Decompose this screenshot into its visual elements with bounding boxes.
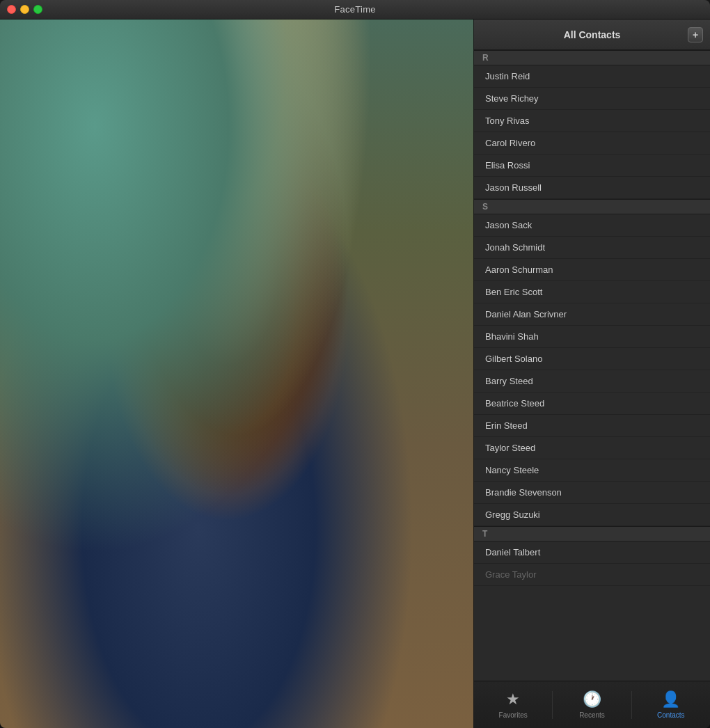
star-icon: ★ (506, 690, 520, 709)
facetime-window: FaceTime All Contacts + R Justin Reid St… (0, 0, 710, 728)
contact-elisa-rossi[interactable]: Elisa Rossi (474, 155, 710, 177)
main-content: All Contacts + R Justin Reid Steve Riche… (0, 19, 710, 728)
favorites-tab[interactable]: ★ Favorites (474, 685, 552, 725)
bottom-toolbar: ★ Favorites 🕐 Recents 👤 Contacts (474, 681, 710, 728)
contact-justin-reid[interactable]: Justin Reid (474, 65, 710, 88)
contact-taylor-steed[interactable]: Taylor Steed (474, 437, 710, 459)
person-icon: 👤 (661, 690, 680, 709)
close-button[interactable] (7, 5, 16, 14)
window-title: FaceTime (334, 4, 376, 15)
recents-tab[interactable]: 🕐 Recents (553, 685, 631, 725)
favorites-label: Favorites (499, 711, 528, 719)
contacts-list[interactable]: R Justin Reid Steve Richey Tony Rivas Ca… (474, 50, 710, 681)
contacts-label: Contacts (657, 711, 684, 719)
right-panel: All Contacts + R Justin Reid Steve Riche… (473, 19, 710, 728)
contact-carol-rivero[interactable]: Carol Rivero (474, 132, 710, 155)
video-area (0, 19, 473, 728)
contact-jason-russell[interactable]: Jason Russell (474, 177, 710, 199)
contact-beatrice-steed[interactable]: Beatrice Steed (474, 393, 710, 415)
section-header-t: T (474, 526, 710, 541)
contacts-tab[interactable]: 👤 Contacts (632, 685, 710, 725)
contact-aaron-schurman[interactable]: Aaron Schurman (474, 259, 710, 281)
contact-steve-richey[interactable]: Steve Richey (474, 88, 710, 110)
contact-brandie-stevenson[interactable]: Brandie Stevenson (474, 482, 710, 504)
maximize-button[interactable] (33, 5, 42, 14)
contact-daniel-alan-scrivner[interactable]: Daniel Alan Scrivner (474, 303, 710, 326)
contact-erin-steed[interactable]: Erin Steed (474, 415, 710, 437)
section-header-r: R (474, 50, 710, 65)
contact-grace-taylor[interactable]: Grace Taylor (474, 564, 710, 586)
contact-jason-sack[interactable]: Jason Sack (474, 214, 710, 237)
contacts-panel-title: All Contacts (564, 29, 621, 40)
add-contact-button[interactable]: + (688, 27, 703, 42)
contact-ben-eric-scott[interactable]: Ben Eric Scott (474, 281, 710, 303)
recents-label: Recents (579, 711, 605, 719)
contacts-header: All Contacts + (474, 19, 710, 50)
contact-jonah-schmidt[interactable]: Jonah Schmidt (474, 237, 710, 259)
contact-gregg-suzuki[interactable]: Gregg Suzuki (474, 504, 710, 526)
contact-daniel-talbert[interactable]: Daniel Talbert (474, 541, 710, 564)
contact-bhavini-shah[interactable]: Bhavini Shah (474, 326, 710, 348)
contact-gilbert-solano[interactable]: Gilbert Solano (474, 348, 710, 370)
contact-nancy-steele[interactable]: Nancy Steele (474, 459, 710, 482)
window-controls (7, 5, 42, 14)
titlebar: FaceTime (0, 0, 710, 19)
minimize-button[interactable] (20, 5, 29, 14)
section-header-s: S (474, 199, 710, 214)
contact-tony-rivas[interactable]: Tony Rivas (474, 110, 710, 132)
clock-icon: 🕐 (583, 690, 601, 709)
contact-barry-steed[interactable]: Barry Steed (474, 370, 710, 393)
video-feed (0, 19, 473, 728)
